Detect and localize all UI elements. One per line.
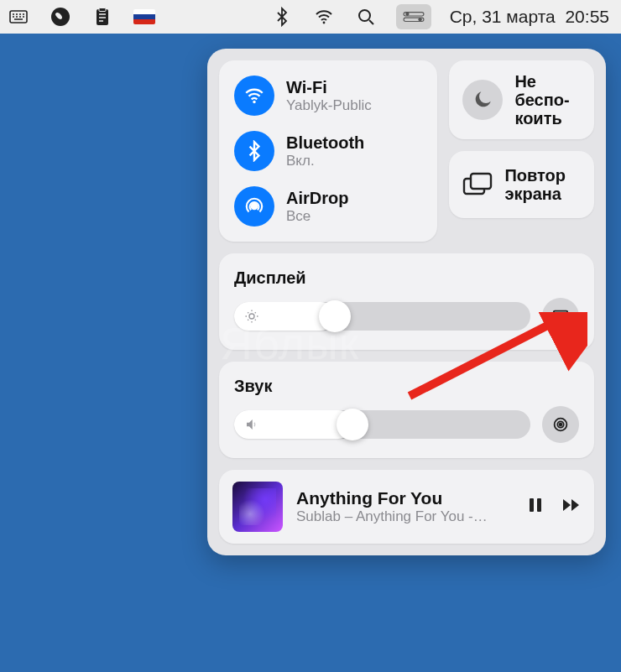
svg-rect-13 bbox=[471, 174, 491, 189]
dnd-label: Не беспо- коить bbox=[514, 72, 581, 128]
now-playing-tile[interactable]: Anything For You Sublab – Anything For Y… bbox=[219, 470, 594, 544]
wifi-menu-icon[interactable] bbox=[312, 5, 336, 29]
display-settings-button[interactable] bbox=[542, 298, 579, 335]
menubar-left bbox=[7, 5, 156, 29]
pause-button[interactable] bbox=[525, 495, 545, 518]
screen-mirroring-button[interactable]: Повтор экрана bbox=[449, 151, 594, 218]
bluetooth-title: Bluetooth bbox=[286, 133, 364, 153]
menubar: Ср, 31 марта 20:55 bbox=[0, 0, 621, 34]
screen-mirror-label: Повтор экрана bbox=[504, 166, 566, 203]
bluetooth-toggle[interactable]: Bluetooth Вкл. bbox=[234, 131, 422, 171]
svg-point-9 bbox=[418, 18, 421, 21]
album-artwork bbox=[232, 482, 283, 532]
bluetooth-menu-icon[interactable] bbox=[270, 5, 294, 29]
svg-rect-15 bbox=[554, 311, 568, 321]
airdrop-title: AirDrop bbox=[286, 189, 348, 208]
svg-point-5 bbox=[359, 10, 370, 21]
moon-icon bbox=[462, 80, 503, 120]
bluetooth-icon bbox=[234, 131, 274, 171]
track-subtitle: Sublab – Anything For You -… bbox=[296, 508, 512, 525]
control-center-icon[interactable] bbox=[396, 4, 431, 29]
wifi-icon bbox=[234, 76, 274, 116]
svg-rect-19 bbox=[530, 498, 534, 512]
track-title: Anything For You bbox=[296, 488, 512, 508]
airdrop-subtitle: Все bbox=[286, 208, 348, 225]
sound-label: Звук bbox=[234, 377, 272, 396]
svg-point-14 bbox=[249, 314, 254, 319]
monitor-icon bbox=[551, 307, 570, 326]
viber-icon[interactable] bbox=[49, 5, 72, 29]
do-not-disturb-toggle[interactable]: Не беспо- коить bbox=[449, 60, 594, 139]
airdrop-toggle[interactable]: AirDrop Все bbox=[234, 186, 422, 227]
clipboard-icon[interactable] bbox=[91, 5, 114, 29]
bluetooth-subtitle: Вкл. bbox=[286, 153, 364, 169]
airplay-audio-icon bbox=[551, 415, 570, 434]
volume-slider[interactable] bbox=[234, 410, 530, 439]
fast-forward-icon bbox=[561, 495, 581, 515]
sound-tile: Звук bbox=[219, 362, 594, 458]
airdrop-icon bbox=[234, 186, 274, 227]
svg-point-18 bbox=[560, 424, 562, 426]
wifi-title: Wi-Fi bbox=[286, 78, 372, 97]
control-center-panel: Wi-Fi Yablyk-Public Bluetooth Вкл. Air bbox=[207, 49, 606, 555]
svg-point-7 bbox=[405, 13, 409, 16]
screen-mirror-icon bbox=[462, 172, 493, 197]
keyboard-viewer-icon[interactable] bbox=[7, 5, 30, 29]
menubar-time: 20:55 bbox=[565, 7, 609, 26]
volume-icon bbox=[244, 417, 259, 432]
audio-output-button[interactable] bbox=[542, 406, 579, 443]
brightness-icon bbox=[244, 309, 259, 324]
brightness-slider[interactable] bbox=[234, 302, 530, 331]
wifi-toggle[interactable]: Wi-Fi Yablyk-Public bbox=[234, 76, 422, 116]
next-track-button[interactable] bbox=[561, 495, 581, 518]
pause-icon bbox=[525, 495, 545, 515]
connectivity-tile: Wi-Fi Yablyk-Public Bluetooth Вкл. Air bbox=[219, 60, 437, 242]
menubar-right: Ср, 31 марта 20:55 bbox=[270, 4, 614, 29]
svg-rect-3 bbox=[99, 8, 106, 12]
wifi-subtitle: Yablyk-Public bbox=[286, 97, 372, 114]
menubar-date: Ср, 31 марта bbox=[450, 7, 556, 26]
menubar-datetime[interactable]: Ср, 31 марта 20:55 bbox=[450, 7, 614, 27]
display-label: Дисплей bbox=[234, 268, 306, 288]
svg-point-10 bbox=[253, 101, 255, 103]
spotlight-icon[interactable] bbox=[354, 5, 378, 29]
svg-point-11 bbox=[252, 204, 258, 210]
svg-rect-20 bbox=[537, 498, 541, 512]
russian-flag-icon[interactable] bbox=[133, 5, 156, 29]
svg-point-4 bbox=[322, 22, 325, 24]
display-tile: Дисплей bbox=[219, 253, 594, 350]
